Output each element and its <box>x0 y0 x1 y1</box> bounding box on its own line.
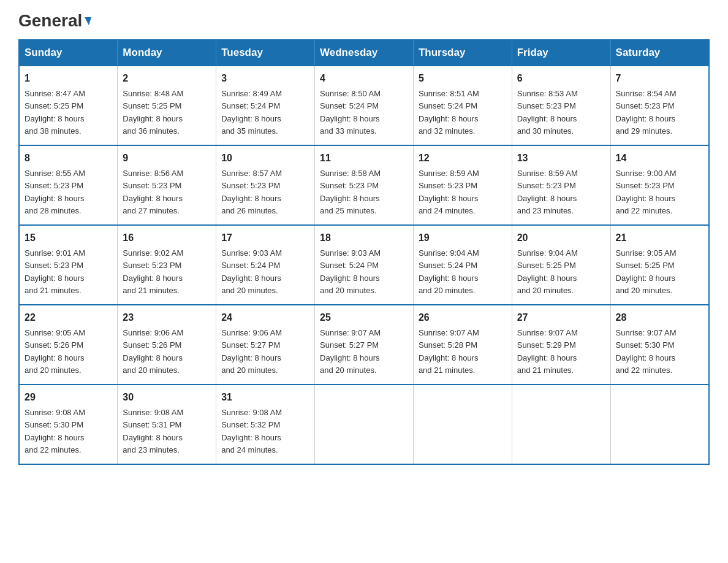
day-number: 10 <box>221 151 309 166</box>
calendar-table: SundayMondayTuesdayWednesdayThursdayFrid… <box>18 39 710 465</box>
day-info: Sunrise: 8:56 AMSunset: 5:23 PMDaylight:… <box>123 169 183 215</box>
day-info: Sunrise: 8:48 AMSunset: 5:25 PMDaylight:… <box>123 89 183 136</box>
calendar-cell: 25 Sunrise: 9:07 AMSunset: 5:27 PMDaylig… <box>315 305 414 385</box>
day-info: Sunrise: 9:07 AMSunset: 5:27 PMDaylight:… <box>320 328 381 375</box>
day-info: Sunrise: 9:04 AMSunset: 5:24 PMDaylight:… <box>419 248 479 295</box>
calendar-cell: 16 Sunrise: 9:02 AMSunset: 5:23 PMDaylig… <box>118 225 216 305</box>
day-info: Sunrise: 9:08 AMSunset: 5:32 PMDaylight:… <box>221 408 282 454</box>
day-info: Sunrise: 8:59 AMSunset: 5:23 PMDaylight:… <box>419 169 479 215</box>
day-number: 9 <box>123 151 211 166</box>
calendar-cell <box>315 385 414 464</box>
day-number: 3 <box>221 71 309 86</box>
logo: General <box>18 12 91 27</box>
calendar-cell <box>610 385 709 464</box>
calendar-week-row: 1 Sunrise: 8:47 AMSunset: 5:25 PMDayligh… <box>19 66 709 145</box>
calendar-cell: 18 Sunrise: 9:03 AMSunset: 5:24 PMDaylig… <box>315 225 414 305</box>
calendar-cell: 20 Sunrise: 9:04 AMSunset: 5:25 PMDaylig… <box>512 225 610 305</box>
day-number: 26 <box>419 310 507 325</box>
day-number: 31 <box>221 390 309 405</box>
calendar-cell: 13 Sunrise: 8:59 AMSunset: 5:23 PMDaylig… <box>512 145 610 225</box>
day-number: 11 <box>320 151 408 166</box>
day-number: 30 <box>123 390 211 405</box>
day-info: Sunrise: 8:51 AMSunset: 5:24 PMDaylight:… <box>419 89 479 136</box>
day-info: Sunrise: 9:05 AMSunset: 5:26 PMDaylight:… <box>25 328 85 375</box>
header-monday: Monday <box>118 40 216 66</box>
day-number: 24 <box>221 310 309 325</box>
calendar-cell: 7 Sunrise: 8:54 AMSunset: 5:23 PMDayligh… <box>610 66 709 145</box>
calendar-cell: 28 Sunrise: 9:07 AMSunset: 5:30 PMDaylig… <box>610 305 709 385</box>
calendar-cell <box>413 385 512 464</box>
calendar-cell: 3 Sunrise: 8:49 AMSunset: 5:24 PMDayligh… <box>216 66 315 145</box>
day-number: 22 <box>25 310 112 325</box>
day-number: 13 <box>517 151 605 166</box>
day-number: 7 <box>616 71 703 86</box>
day-info: Sunrise: 9:05 AMSunset: 5:25 PMDaylight:… <box>616 248 677 295</box>
day-number: 23 <box>123 310 211 325</box>
calendar-header-row: SundayMondayTuesdayWednesdayThursdayFrid… <box>19 40 709 66</box>
day-info: Sunrise: 9:03 AMSunset: 5:24 PMDaylight:… <box>320 248 381 295</box>
day-info: Sunrise: 8:50 AMSunset: 5:24 PMDaylight:… <box>320 89 381 136</box>
calendar-cell: 21 Sunrise: 9:05 AMSunset: 5:25 PMDaylig… <box>610 225 709 305</box>
day-info: Sunrise: 8:55 AMSunset: 5:23 PMDaylight:… <box>25 169 85 215</box>
day-number: 21 <box>616 231 703 245</box>
header-friday: Friday <box>512 40 610 66</box>
header-wednesday: Wednesday <box>315 40 414 66</box>
day-number: 8 <box>25 151 112 166</box>
day-info: Sunrise: 9:07 AMSunset: 5:28 PMDaylight:… <box>419 328 479 375</box>
calendar-cell: 19 Sunrise: 9:04 AMSunset: 5:24 PMDaylig… <box>413 225 512 305</box>
day-info: Sunrise: 9:06 AMSunset: 5:26 PMDaylight:… <box>123 328 183 375</box>
day-number: 5 <box>419 71 507 86</box>
calendar-cell <box>512 385 610 464</box>
day-info: Sunrise: 9:02 AMSunset: 5:23 PMDaylight:… <box>123 248 183 295</box>
calendar-cell: 15 Sunrise: 9:01 AMSunset: 5:23 PMDaylig… <box>19 225 118 305</box>
day-info: Sunrise: 8:49 AMSunset: 5:24 PMDaylight:… <box>221 89 282 136</box>
calendar-cell: 8 Sunrise: 8:55 AMSunset: 5:23 PMDayligh… <box>19 145 118 225</box>
day-number: 20 <box>517 231 605 245</box>
day-info: Sunrise: 8:57 AMSunset: 5:23 PMDaylight:… <box>221 169 282 215</box>
day-number: 29 <box>25 390 112 405</box>
day-number: 15 <box>25 231 112 245</box>
day-number: 16 <box>123 231 211 245</box>
calendar-cell: 22 Sunrise: 9:05 AMSunset: 5:26 PMDaylig… <box>19 305 118 385</box>
day-number: 2 <box>123 71 211 86</box>
day-info: Sunrise: 8:53 AMSunset: 5:23 PMDaylight:… <box>517 89 578 136</box>
calendar-cell: 6 Sunrise: 8:53 AMSunset: 5:23 PMDayligh… <box>512 66 610 145</box>
calendar-cell: 31 Sunrise: 9:08 AMSunset: 5:32 PMDaylig… <box>216 385 315 464</box>
page-header: General <box>18 12 710 27</box>
calendar-week-row: 15 Sunrise: 9:01 AMSunset: 5:23 PMDaylig… <box>19 225 709 305</box>
calendar-week-row: 8 Sunrise: 8:55 AMSunset: 5:23 PMDayligh… <box>19 145 709 225</box>
calendar-cell: 23 Sunrise: 9:06 AMSunset: 5:26 PMDaylig… <box>118 305 216 385</box>
day-number: 18 <box>320 231 408 245</box>
day-info: Sunrise: 9:04 AMSunset: 5:25 PMDaylight:… <box>517 248 578 295</box>
calendar-cell: 27 Sunrise: 9:07 AMSunset: 5:29 PMDaylig… <box>512 305 610 385</box>
day-info: Sunrise: 9:01 AMSunset: 5:23 PMDaylight:… <box>25 248 85 295</box>
day-number: 14 <box>616 151 703 166</box>
day-info: Sunrise: 9:06 AMSunset: 5:27 PMDaylight:… <box>221 328 282 375</box>
day-info: Sunrise: 9:08 AMSunset: 5:31 PMDaylight:… <box>123 408 183 454</box>
calendar-cell: 2 Sunrise: 8:48 AMSunset: 5:25 PMDayligh… <box>118 66 216 145</box>
day-number: 19 <box>419 231 507 245</box>
calendar-cell: 14 Sunrise: 9:00 AMSunset: 5:23 PMDaylig… <box>610 145 709 225</box>
calendar-cell: 26 Sunrise: 9:07 AMSunset: 5:28 PMDaylig… <box>413 305 512 385</box>
day-number: 27 <box>517 310 605 325</box>
calendar-cell: 5 Sunrise: 8:51 AMSunset: 5:24 PMDayligh… <box>413 66 512 145</box>
header-thursday: Thursday <box>413 40 512 66</box>
day-info: Sunrise: 8:59 AMSunset: 5:23 PMDaylight:… <box>517 169 578 215</box>
header-tuesday: Tuesday <box>216 40 315 66</box>
day-number: 6 <box>517 71 605 86</box>
day-number: 1 <box>25 71 112 86</box>
header-sunday: Sunday <box>19 40 118 66</box>
calendar-cell: 29 Sunrise: 9:08 AMSunset: 5:30 PMDaylig… <box>19 385 118 464</box>
calendar-cell: 4 Sunrise: 8:50 AMSunset: 5:24 PMDayligh… <box>315 66 414 145</box>
calendar-cell: 1 Sunrise: 8:47 AMSunset: 5:25 PMDayligh… <box>19 66 118 145</box>
calendar-cell: 9 Sunrise: 8:56 AMSunset: 5:23 PMDayligh… <box>118 145 216 225</box>
day-number: 25 <box>320 310 408 325</box>
calendar-cell: 11 Sunrise: 8:58 AMSunset: 5:23 PMDaylig… <box>315 145 414 225</box>
calendar-cell: 30 Sunrise: 9:08 AMSunset: 5:31 PMDaylig… <box>118 385 216 464</box>
day-number: 12 <box>419 151 507 166</box>
day-number: 4 <box>320 71 408 86</box>
day-number: 17 <box>221 231 309 245</box>
day-number: 28 <box>616 310 703 325</box>
day-info: Sunrise: 9:07 AMSunset: 5:30 PMDaylight:… <box>616 328 677 375</box>
day-info: Sunrise: 8:58 AMSunset: 5:23 PMDaylight:… <box>320 169 381 215</box>
